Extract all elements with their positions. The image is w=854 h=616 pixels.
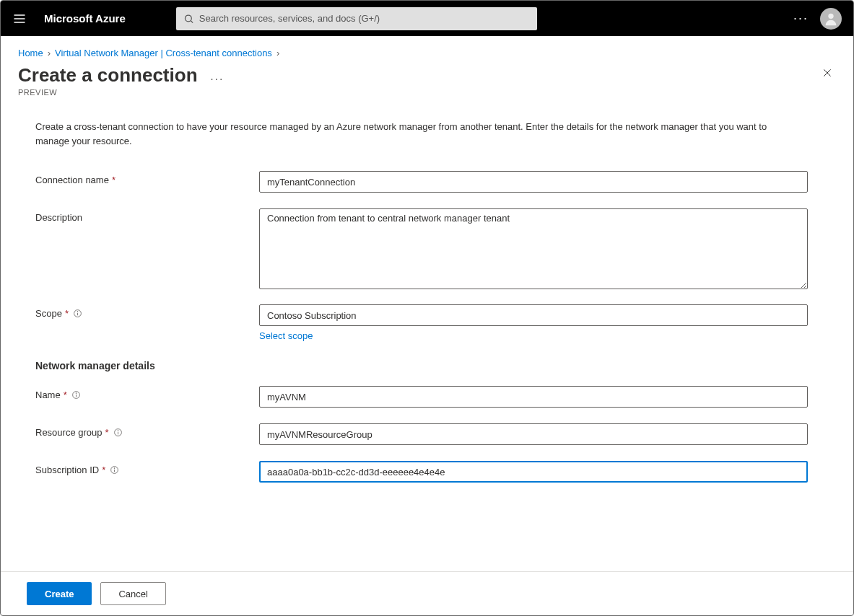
topbar-more-icon[interactable]: ··· — [793, 11, 809, 26]
subscription-id-input[interactable] — [259, 461, 808, 483]
connection-name-input[interactable] — [259, 171, 808, 193]
svg-point-19 — [114, 468, 115, 469]
label-nm-name: Name — [35, 390, 61, 400]
topbar: Microsoft Azure ··· — [1, 1, 853, 36]
footer: Create Cancel — [1, 571, 853, 615]
close-button[interactable] — [819, 64, 836, 84]
search-input[interactable] — [176, 7, 537, 30]
row-resource-group: Resource group * — [35, 423, 819, 445]
brand-label: Microsoft Azure — [44, 12, 126, 25]
row-subscription-id: Subscription ID * — [35, 461, 819, 483]
svg-point-3 — [185, 15, 191, 22]
description-input[interactable] — [259, 208, 808, 289]
chevron-right-icon: › — [276, 48, 279, 58]
menu-icon[interactable] — [12, 12, 27, 26]
breadcrumb-home[interactable]: Home — [18, 48, 43, 58]
row-connection-name: Connection name * — [35, 171, 819, 193]
label-subscription-id: Subscription ID — [35, 465, 99, 475]
required-marker: * — [112, 175, 116, 185]
form-body: Create a cross-tenant connection to have… — [1, 97, 853, 571]
info-icon[interactable] — [71, 390, 81, 400]
title-row: Create a connection ··· PREVIEW — [1, 64, 853, 97]
title-more-icon[interactable]: ··· — [210, 73, 224, 86]
required-marker: * — [105, 427, 109, 438]
label-scope: Scope — [35, 308, 62, 319]
intro-text: Create a cross-tenant connection to have… — [35, 120, 801, 148]
row-scope: Scope * Select scope — [35, 304, 819, 341]
required-marker: * — [64, 390, 67, 400]
scope-input[interactable] — [259, 304, 808, 326]
svg-point-16 — [118, 431, 118, 431]
title-subheading: PREVIEW — [18, 88, 819, 97]
nm-name-input[interactable] — [259, 386, 808, 408]
select-scope-link[interactable]: Select scope — [259, 330, 313, 341]
breadcrumb: Home › Virtual Network Manager | Cross-t… — [1, 36, 853, 64]
svg-point-5 — [828, 13, 833, 18]
cancel-button[interactable]: Cancel — [100, 582, 165, 605]
page-title: Create a connection — [18, 64, 198, 87]
search-icon — [183, 13, 194, 24]
svg-line-4 — [191, 20, 193, 22]
svg-point-13 — [76, 393, 77, 394]
label-resource-group: Resource group — [35, 427, 103, 438]
create-button[interactable]: Create — [27, 582, 92, 605]
required-marker: * — [65, 308, 69, 319]
avatar[interactable] — [820, 8, 842, 30]
row-nm-name: Name * — [35, 386, 819, 408]
info-icon[interactable] — [110, 465, 119, 475]
search-wrap — [176, 7, 537, 30]
section-heading-network-manager: Network manager details — [35, 360, 819, 371]
label-connection-name: Connection name — [35, 175, 109, 185]
svg-point-10 — [77, 312, 78, 312]
resource-group-input[interactable] — [259, 423, 808, 445]
required-marker: * — [102, 465, 105, 475]
info-icon[interactable] — [113, 428, 123, 437]
label-description: Description — [35, 212, 82, 223]
row-description: Description — [35, 208, 819, 291]
chevron-right-icon: › — [48, 48, 51, 58]
info-icon[interactable] — [73, 309, 82, 318]
breadcrumb-cross-tenant[interactable]: Virtual Network Manager | Cross-tenant c… — [55, 48, 272, 58]
